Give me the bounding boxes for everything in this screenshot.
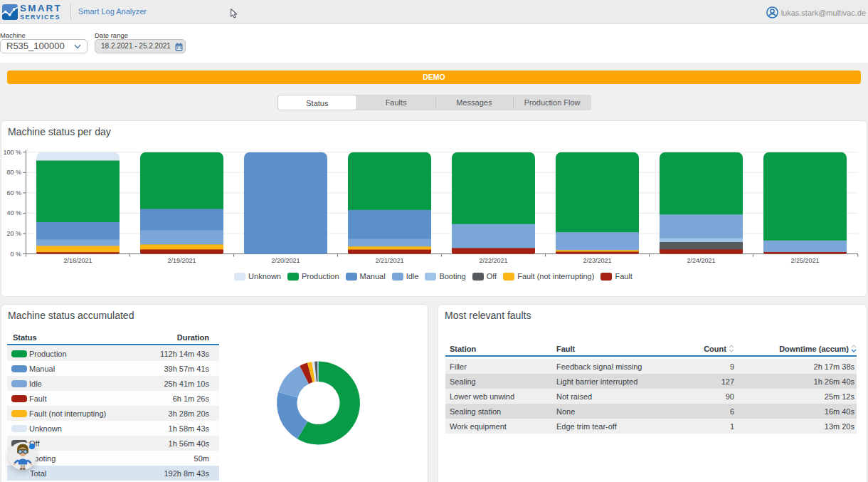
svg-text:2/23/2021: 2/23/2021 — [583, 257, 611, 264]
svg-text:2/24/2021: 2/24/2021 — [687, 257, 715, 264]
svg-text:2/22/2021: 2/22/2021 — [479, 257, 507, 264]
svg-text:2/19/2021: 2/19/2021 — [167, 257, 196, 264]
svg-text:80 %: 80 % — [6, 169, 21, 176]
svg-text:2/20/2021: 2/20/2021 — [271, 257, 300, 264]
svg-text:60 %: 60 % — [6, 189, 21, 197]
svg-text:2/25/2021: 2/25/2021 — [790, 257, 819, 264]
svg-text:2/21/2021: 2/21/2021 — [375, 257, 403, 264]
svg-text:2/18/2021: 2/18/2021 — [63, 257, 92, 264]
svg-text:100 %: 100 % — [3, 149, 21, 156]
svg-text:20 %: 20 % — [6, 230, 21, 237]
svg-text:0 %: 0 % — [10, 251, 21, 258]
svg-text:40 %: 40 % — [6, 209, 21, 216]
